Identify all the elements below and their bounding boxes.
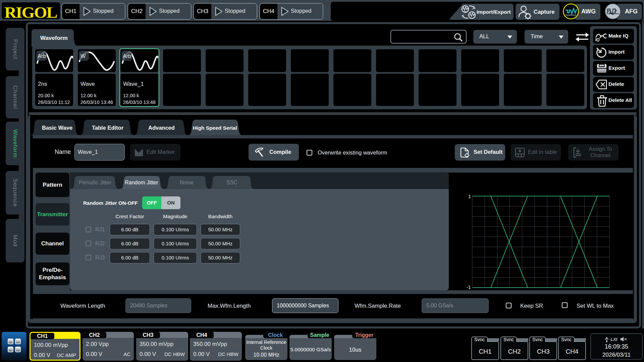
svg-text:Import/Export: Import/Export [477,9,511,15]
svg-text:-1: -1 [467,285,471,290]
svg-text:W: W [80,53,86,59]
svg-text:Advanced: Advanced [148,125,175,131]
svg-text:Capture: Capture [534,9,554,15]
svg-text:SSC: SSC [226,180,237,185]
svg-text:Periodic Jitter: Periodic Jitter [79,180,112,185]
svg-text:Random Jitter: Random Jitter [125,180,158,185]
svg-text:Waveform: Waveform [40,35,68,41]
svg-text:Table Editor: Table Editor [92,125,124,131]
svg-text:1: 1 [468,194,471,199]
svg-text:Arb: Arb [38,53,46,59]
svg-text:IQ: IQ [595,38,600,42]
svg-text:LXI: LXI [610,337,618,342]
svg-text:Noise: Noise [180,180,194,185]
svg-text:High Speed Serial: High Speed Serial [193,125,237,131]
svg-text:Basic Wave: Basic Wave [42,125,72,131]
